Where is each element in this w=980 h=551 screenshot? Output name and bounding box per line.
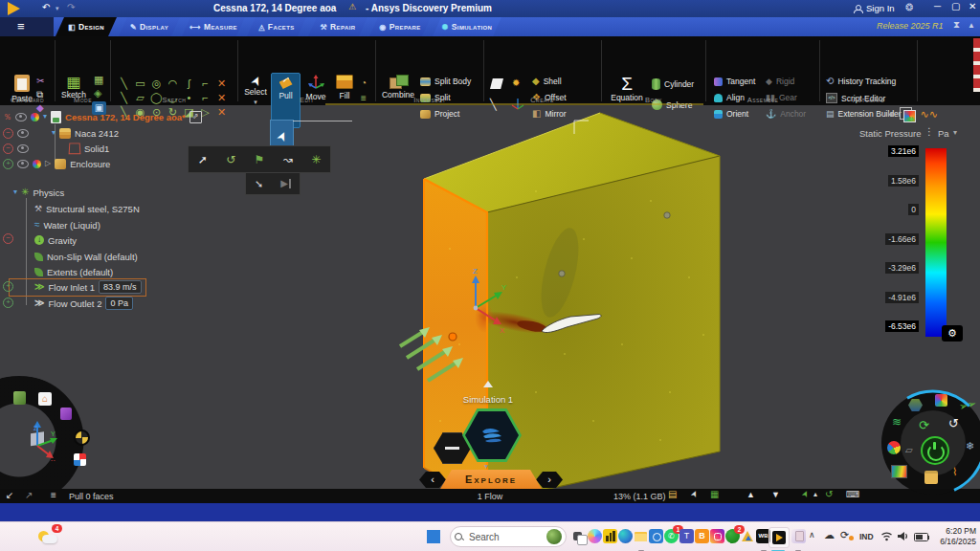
- isometric-view-icon[interactable]: [13, 391, 26, 405]
- material-label[interactable]: Structural steel, S275N: [46, 204, 140, 214]
- tree-row-flow-inlet[interactable]: ≫ Flow Inlet 1 83.9 m/s: [34, 279, 142, 295]
- style-toggle-icon[interactable]: ％: [3, 113, 11, 121]
- instagram-app[interactable]: [710, 529, 724, 543]
- visibility-eye-icon[interactable]: [17, 129, 29, 138]
- flow-outlet-included-icon[interactable]: +: [3, 298, 13, 308]
- tree-row-flow-outlet[interactable]: ≫ Flow Outlet 2 0 Pa: [34, 296, 133, 311]
- tree-row-gravity[interactable]: ↓ Gravity: [34, 232, 77, 248]
- simulate-power-button[interactable]: [921, 436, 949, 465]
- blend-tool-icon[interactable]: ↝: [283, 154, 293, 165]
- tree-row-naca[interactable]: − ▾ Naca 2412: [0, 125, 119, 141]
- wheel-monitor-icon[interactable]: ⌇: [952, 467, 957, 477]
- selection-list-icon[interactable]: ≡: [51, 491, 56, 500]
- edge-app[interactable]: [618, 529, 633, 543]
- legend-menu-icon[interactable]: ⋮: [924, 127, 934, 137]
- chart-icon[interactable]: ▦: [710, 490, 719, 499]
- volume-icon[interactable]: [898, 531, 909, 541]
- export-folder-icon[interactable]: ▤: [668, 490, 677, 499]
- replace-icon[interactable]: ◔: [361, 78, 367, 88]
- home-view-icon[interactable]: ⌂: [38, 392, 52, 406]
- simulation-stage-label[interactable]: Simulation 1: [440, 394, 536, 405]
- wheel-eraser-icon[interactable]: ▱: [905, 446, 913, 455]
- tray-expand-icon[interactable]: ∧: [809, 531, 815, 540]
- gallery-strip[interactable]: [973, 38, 980, 92]
- sketch-tool[interactable]: ⌐: [197, 77, 213, 91]
- sketch-tool[interactable]: ◎: [148, 77, 165, 91]
- expand-arrow-icon[interactable]: ▾: [52, 129, 56, 137]
- wheel-contour-icon[interactable]: [891, 465, 907, 478]
- wifi-icon[interactable]: [880, 531, 893, 541]
- battery-icon[interactable]: [914, 533, 928, 541]
- tree-item-label[interactable]: Naca 2412: [75, 128, 119, 139]
- visibility-eye-icon[interactable]: [17, 160, 29, 168]
- raise-icon[interactable]: ▲: [746, 491, 755, 499]
- point-icon[interactable]: ✹: [512, 78, 520, 88]
- color-wheel-icon[interactable]: [33, 160, 41, 168]
- open-in-window-icon[interactable]: ⇗: [189, 111, 202, 123]
- fluid-label[interactable]: Water (Liquid): [44, 220, 100, 231]
- collapse-left-icon[interactable]: ◂: [888, 110, 893, 119]
- full-pull-tool-icon[interactable]: ✳: [311, 154, 321, 165]
- split-body-button[interactable]: Split Body: [420, 77, 471, 86]
- cylinder-button[interactable]: Cylinder: [652, 78, 694, 90]
- wallet-app[interactable]: B: [695, 529, 709, 543]
- cut-icon[interactable]: ✂: [36, 77, 44, 86]
- visibility-eye-icon[interactable]: [17, 144, 29, 153]
- camera-app[interactable]: [649, 529, 663, 543]
- pull-direction-icon[interactable]: ↙: [6, 491, 13, 500]
- language-indicator[interactable]: IND: [859, 532, 874, 541]
- unit-caret-icon[interactable]: ▾: [953, 129, 957, 137]
- suppress-icon[interactable]: −: [3, 143, 13, 154]
- sweep-tool-icon[interactable]: ⚑: [255, 154, 265, 165]
- tree-row-root[interactable]: ％ ▾ Cessna 172, 14 Degree aoa* ⇗: [0, 109, 202, 124]
- gallery-app[interactable]: [791, 529, 806, 543]
- lower-icon[interactable]: ▼: [771, 491, 780, 499]
- sketch-tool[interactable]: ʃ: [181, 77, 197, 91]
- simulation-marker-icon[interactable]: [483, 381, 493, 387]
- result-overlay-icon[interactable]: +: [900, 107, 914, 121]
- wheel-folder-icon[interactable]: [924, 471, 938, 484]
- wheel-loop-icon[interactable]: ⟳: [919, 419, 929, 431]
- wall-label[interactable]: Non-Slip Wall (default): [47, 252, 138, 262]
- revolve-tool-icon[interactable]: ↺: [226, 154, 235, 165]
- spin-view-icon[interactable]: [74, 430, 90, 446]
- tab-prepare[interactable]: ◉ Prepare: [369, 17, 431, 36]
- flow-inlet-label[interactable]: Flow Inlet 1: [48, 282, 95, 293]
- wheel-freeze-icon[interactable]: ❄: [966, 441, 974, 452]
- pull-direction2-icon[interactable]: ↗: [25, 491, 33, 500]
- file-explorer-app[interactable]: [634, 529, 648, 543]
- suppress-icon[interactable]: −: [3, 128, 13, 139]
- plane-icon[interactable]: [490, 78, 503, 89]
- powerbi-app[interactable]: [603, 529, 617, 543]
- menu-icon[interactable]: ≡: [17, 20, 25, 33]
- minimize-button[interactable]: ─: [934, 2, 941, 11]
- legend-settings-button[interactable]: ⚙: [942, 325, 963, 342]
- history-tracking-button[interactable]: ⟲ History Tracking: [826, 77, 896, 86]
- xbox-app[interactable]: 2: [725, 529, 740, 543]
- whatsapp-app[interactable]: ✆ 1: [664, 529, 679, 543]
- undo-button[interactable]: ↶: [42, 3, 50, 12]
- tree-row-physics[interactable]: ▾ ✳ Physics: [13, 185, 64, 200]
- legend-colorbar[interactable]: [925, 148, 947, 337]
- discovery-app-active[interactable]: [768, 527, 790, 548]
- wheel-reset-icon[interactable]: ↺: [948, 417, 959, 430]
- clock[interactable]: 6:20 PM 6/16/2025: [932, 526, 976, 547]
- hand-globe-icon[interactable]: ❂: [905, 3, 913, 12]
- undo-caret-icon[interactable]: ▾: [56, 5, 59, 11]
- wheel-streamlines-icon[interactable]: ≋: [892, 416, 902, 428]
- probe-point[interactable]: [559, 271, 565, 276]
- wheel-results-cube-icon[interactable]: [935, 394, 947, 407]
- shell-button[interactable]: ◆ Shell: [532, 77, 562, 86]
- gravity-label[interactable]: Gravity: [48, 235, 77, 246]
- render-style-icon[interactable]: [74, 453, 86, 466]
- sketch-tool[interactable]: ▭: [132, 77, 148, 91]
- expand-arrow-icon[interactable]: ▾: [13, 188, 17, 196]
- flow-outlet-label[interactable]: Flow Outlet 2: [48, 298, 101, 309]
- explore-bar[interactable]: Explore: [440, 470, 542, 489]
- tab-design[interactable]: ◧ Design: [56, 17, 117, 36]
- file-menu-block[interactable]: [0, 17, 54, 36]
- tree-row-solid1[interactable]: − Solid1: [0, 141, 109, 156]
- tab-measure[interactable]: ⟷ Measure: [182, 17, 245, 36]
- tab-repair[interactable]: ⚒ Repair: [308, 17, 368, 36]
- legend-title[interactable]: Static Pressure: [859, 128, 921, 139]
